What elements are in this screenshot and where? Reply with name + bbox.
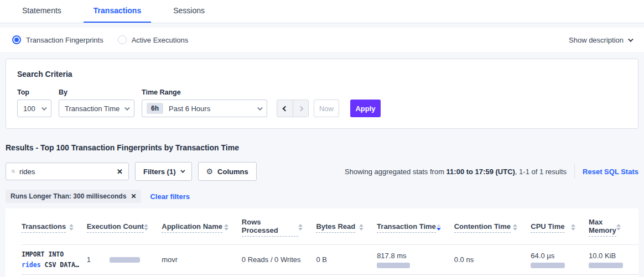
column-header-transaction-time[interactable]: Transaction Time (377, 222, 454, 233)
vertical-divider (574, 164, 575, 179)
transaction-time-bar (377, 263, 410, 268)
application-name-cell: movr (162, 255, 242, 264)
contention-time-cell: 0.0 ns (454, 255, 531, 264)
column-header-max-memory[interactable]: Max Memory (589, 218, 638, 237)
filter-chip: Runs Longer Than: 300 milliseconds ✕ (6, 190, 141, 203)
search-criteria-form: Top 100 By Transaction Time Time Range 6… (17, 88, 627, 117)
table-header-row: Transactions Execution Count Application… (22, 218, 638, 237)
transaction-fingerprint-link[interactable]: IMPORT INTO rides CSV DATA… (22, 249, 87, 270)
time-range-label: Time Range (142, 88, 267, 96)
radio-selected-icon[interactable] (12, 35, 21, 44)
time-range-badge: 6h (147, 103, 163, 114)
chevron-down-icon (41, 105, 47, 111)
next-time-window-button[interactable] (293, 100, 308, 117)
tab-sessions[interactable]: Sessions (163, 0, 215, 23)
radio-transaction-fingerprints[interactable]: Transaction Fingerprints (12, 35, 103, 44)
gear-icon: ⚙ (206, 167, 214, 176)
radio-label: Active Executions (132, 36, 189, 44)
top-select[interactable]: 100 (17, 100, 51, 117)
stats-time-range: 11:00 to 17:59 (UTC) (446, 168, 515, 176)
sort-icon[interactable] (144, 224, 148, 231)
chevron-down-icon (628, 36, 633, 42)
top-label: Top (17, 88, 51, 96)
column-header-application-name[interactable]: Application Name (162, 222, 242, 233)
by-select-value: Transaction Time (65, 104, 120, 113)
column-header-execution-count[interactable]: Execution Count (87, 222, 162, 233)
sort-icon[interactable] (616, 224, 621, 231)
search-input[interactable] (19, 168, 117, 176)
clear-search-icon[interactable]: ✕ (117, 168, 123, 175)
table-row: IMPORT INTO rides CSV DATA… 1 movr 0 Rea… (22, 244, 638, 275)
sort-icon-active-desc[interactable] (437, 224, 441, 231)
max-memory-cell: 10.0 KiB (589, 252, 638, 268)
cpu-time-cell: 64.0 µs (531, 252, 589, 268)
stats-suffix: , 1-1 of 1 results (515, 168, 567, 176)
now-button[interactable]: Now (314, 100, 339, 117)
search-criteria-title: Search Criteria (17, 70, 627, 79)
column-header-rows-processed[interactable]: Rows Processed (242, 218, 316, 237)
results-controls-row: ✕ Filters (1) ⚙ Columns Showing aggregat… (6, 162, 638, 181)
top-select-value: 100 (23, 104, 35, 113)
top-field: Top 100 (17, 88, 51, 117)
cpu-time-bar (531, 263, 565, 268)
transaction-time-cell: 817.8 ms (377, 252, 454, 268)
search-box[interactable]: ✕ (6, 163, 129, 180)
rows-processed-cell: 0 Reads / 0 Writes (242, 255, 316, 264)
sort-icon[interactable] (224, 224, 228, 231)
results-heading: Results - Top 100 Transaction Fingerprin… (6, 143, 638, 152)
time-range-select[interactable]: 6h Past 6 Hours (142, 100, 267, 117)
column-header-bytes-read[interactable]: Bytes Read (316, 222, 377, 233)
radio-active-executions[interactable]: Active Executions (118, 35, 189, 44)
columns-button[interactable]: ⚙ Columns (198, 162, 257, 181)
radio-unselected-icon[interactable] (118, 35, 127, 44)
chevron-right-icon (298, 106, 304, 111)
show-description-label: Show description (569, 36, 624, 44)
stats-area: Showing aggregated stats from 11:00 to 1… (345, 164, 638, 179)
reset-sql-stats-link[interactable]: Reset SQL Stats (583, 168, 638, 176)
search-criteria-panel: Search Criteria Top 100 By Transaction T… (6, 59, 638, 129)
view-mode-band: Transaction Fingerprints Active Executio… (0, 28, 644, 52)
stats-prefix: Showing aggregated stats from (345, 168, 446, 176)
table-name-link[interactable]: rides (22, 261, 41, 269)
previous-time-window-button[interactable] (277, 100, 293, 117)
columns-label: Columns (217, 168, 248, 176)
chevron-down-icon (257, 105, 263, 111)
chevron-left-icon (282, 106, 288, 111)
filters-button[interactable]: Filters (1) (135, 162, 192, 181)
column-header-cpu-time[interactable]: CPU Time (531, 222, 589, 233)
sort-icon[interactable] (298, 224, 303, 231)
clear-filters-link[interactable]: Clear filters (150, 192, 190, 201)
apply-button[interactable]: Apply (350, 100, 381, 117)
sort-icon[interactable] (513, 224, 517, 231)
sort-icon[interactable] (571, 224, 575, 231)
aggregated-stats-text: Showing aggregated stats from 11:00 to 1… (345, 168, 567, 176)
tab-transactions[interactable]: Transactions (84, 0, 151, 23)
time-range-value: Past 6 Hours (169, 104, 210, 113)
column-header-contention-time[interactable]: Contention Time (454, 222, 531, 233)
column-header-transactions[interactable]: Transactions (22, 222, 87, 233)
bytes-read-cell: 0 B (316, 255, 377, 264)
execution-count-cell: 1 (87, 255, 162, 264)
sort-icon[interactable] (359, 224, 363, 231)
time-window-stepper (277, 100, 309, 117)
sql-activity-tabbar: Statements Transactions Sessions (0, 0, 644, 23)
time-range-field: Time Range 6h Past 6 Hours (142, 88, 267, 117)
by-label: By (59, 88, 134, 96)
sort-icon[interactable] (69, 224, 74, 231)
by-field: By Transaction Time (59, 88, 134, 117)
filter-chip-label: Runs Longer Than: 300 milliseconds (11, 192, 126, 200)
chevron-down-icon (180, 168, 185, 173)
chevron-down-icon (124, 105, 130, 111)
active-filters-row: Runs Longer Than: 300 milliseconds ✕ Cle… (6, 190, 638, 203)
filters-label: Filters (1) (143, 168, 176, 176)
search-icon (12, 168, 15, 175)
transactions-table-panel: Transactions Execution Count Application… (6, 208, 638, 277)
tab-statements[interactable]: Statements (12, 0, 71, 23)
execution-count-bar (110, 257, 140, 263)
max-memory-bar (589, 263, 623, 268)
by-select[interactable]: Transaction Time (59, 100, 134, 117)
radio-label: Transaction Fingerprints (26, 36, 103, 44)
remove-filter-icon[interactable]: ✕ (131, 192, 136, 200)
show-description-toggle[interactable]: Show description (569, 36, 632, 44)
